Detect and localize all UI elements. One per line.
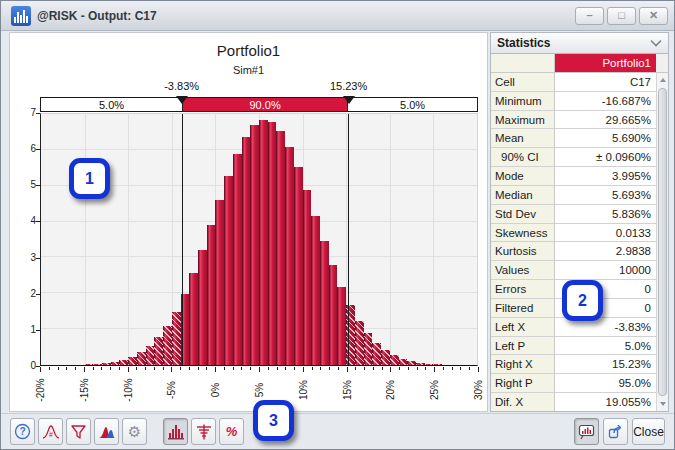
stat-label: Right P — [491, 374, 555, 392]
maximize-button[interactable]: □ — [607, 7, 636, 25]
y-axis-tick — [36, 149, 40, 150]
stat-row: Minimum-16.687% — [491, 92, 656, 111]
funnel-icon — [70, 424, 87, 440]
stat-label: Maximum — [491, 111, 555, 129]
callout-2: 2 — [562, 280, 603, 321]
statistics-dropdown[interactable]: Statistics — [491, 33, 668, 54]
x-axis-label: 25% — [427, 372, 441, 408]
stat-value: 5.836% — [555, 205, 656, 223]
title-bar[interactable]: @RISK - Output: C17 – □ ✕ — [1, 1, 674, 31]
y-axis-tick — [36, 185, 40, 186]
close-icon: ✕ — [649, 10, 658, 21]
scroll-down-icon[interactable] — [657, 397, 668, 411]
maximize-icon: □ — [618, 10, 625, 21]
x-axis-tick — [145, 367, 146, 370]
stats-scrollbar[interactable] — [656, 73, 668, 411]
x-axis-tick — [180, 367, 181, 370]
histogram-bar — [146, 346, 155, 365]
stats-column-header: Portfolio1 — [491, 54, 668, 73]
x-axis-tick — [233, 367, 234, 370]
histogram-bar — [137, 352, 146, 365]
stat-value: -16.687% — [555, 92, 656, 110]
left-delimiter-handle-icon[interactable] — [176, 96, 188, 104]
probability-band: 5.0% 90.0% 5.0% — [40, 97, 478, 112]
callout-1: 1 — [69, 158, 110, 199]
histogram-bar — [215, 200, 224, 365]
delimiter-line[interactable] — [348, 114, 349, 365]
x-axis-tick — [93, 367, 94, 370]
stat-value: 5.690% — [555, 129, 656, 147]
help-button[interactable]: ? — [10, 418, 35, 445]
x-axis-tick — [338, 367, 339, 370]
band-mid-percent: 90.0% — [249, 99, 280, 111]
histogram-bar — [172, 312, 181, 365]
stat-row: 90% CI± 0.0960% — [491, 148, 656, 167]
x-axis-tick — [110, 367, 111, 370]
histogram-bar — [85, 364, 94, 365]
stat-row: Mode3.995% — [491, 167, 656, 186]
x-axis-label: 10% — [296, 372, 310, 408]
histogram-view-button[interactable] — [163, 418, 188, 445]
y-axis-label: 7 — [14, 107, 36, 118]
histogram-bar — [224, 176, 233, 365]
stat-value: ± 0.0960% — [555, 148, 656, 166]
stat-label: Dif. X — [491, 393, 555, 411]
stat-label: Skewness — [491, 224, 555, 242]
percent-icon: % — [226, 424, 238, 439]
export-button[interactable] — [603, 418, 628, 445]
scroll-up-icon[interactable] — [657, 73, 668, 87]
stat-row: CellC17 — [491, 73, 656, 92]
x-axis-tick — [285, 367, 286, 370]
x-axis-tick — [364, 367, 365, 370]
delimiter-line[interactable] — [182, 114, 183, 365]
histogram-bar — [276, 131, 285, 365]
v-gridline — [433, 114, 434, 365]
x-axis-tick — [443, 367, 444, 370]
minimize-icon: – — [586, 10, 592, 21]
close-window-button[interactable]: ✕ — [639, 7, 668, 25]
stat-label: Values — [491, 261, 555, 279]
v-gridline — [85, 114, 86, 365]
filter-button[interactable] — [66, 418, 91, 445]
stat-value: 2.9838 — [555, 242, 656, 260]
define-distributions-button[interactable]: # — [38, 418, 63, 445]
chart-panel: Portfolio1 Sim#1 -3.83% 15.23% 5.0% 90.0… — [9, 32, 488, 412]
histogram-bar — [128, 357, 137, 365]
histogram-bar — [242, 137, 251, 365]
scrollbar-thumb[interactable] — [658, 88, 667, 396]
tornado-view-button[interactable] — [191, 418, 216, 445]
x-axis-tick — [452, 367, 453, 370]
x-axis-label: 15% — [340, 372, 354, 408]
x-axis-tick — [198, 367, 199, 370]
stat-label: Median — [491, 186, 555, 204]
minimize-button[interactable]: – — [575, 7, 604, 25]
x-axis-tick — [163, 367, 164, 370]
x-axis-label: -10% — [121, 372, 135, 408]
right-delimiter-handle-icon[interactable] — [343, 96, 355, 104]
histogram-bar — [189, 273, 198, 365]
histogram-bar — [268, 122, 277, 365]
histogram-bar — [259, 120, 268, 365]
histogram-bar — [337, 287, 346, 365]
histogram-bar — [407, 361, 416, 365]
settings-button[interactable]: ⚙ — [122, 418, 147, 445]
overlay-button[interactable] — [94, 418, 119, 445]
x-axis-tick — [206, 367, 207, 370]
close-button[interactable]: Close — [632, 418, 665, 445]
histogram-bar — [233, 154, 242, 365]
stat-row: Mean5.690% — [491, 129, 656, 148]
percent-view-button[interactable]: % — [219, 418, 244, 445]
stat-label: Cell — [491, 73, 555, 91]
histogram-bar — [119, 360, 128, 365]
stat-value: 95.0% — [555, 374, 656, 392]
histogram-bar — [285, 147, 294, 365]
y-axis-tick — [36, 221, 40, 222]
risk-output-window: @RISK - Output: C17 – □ ✕ Portfolio1 Sim… — [0, 0, 675, 450]
histogram-bar — [433, 364, 442, 365]
graph-window-button[interactable] — [574, 418, 599, 445]
stat-value: 29.665% — [555, 111, 656, 129]
y-axis-tick — [36, 113, 40, 114]
x-axis-tick — [119, 367, 120, 370]
histogram-bar — [294, 167, 303, 365]
stat-row: Median5.693% — [491, 186, 656, 205]
